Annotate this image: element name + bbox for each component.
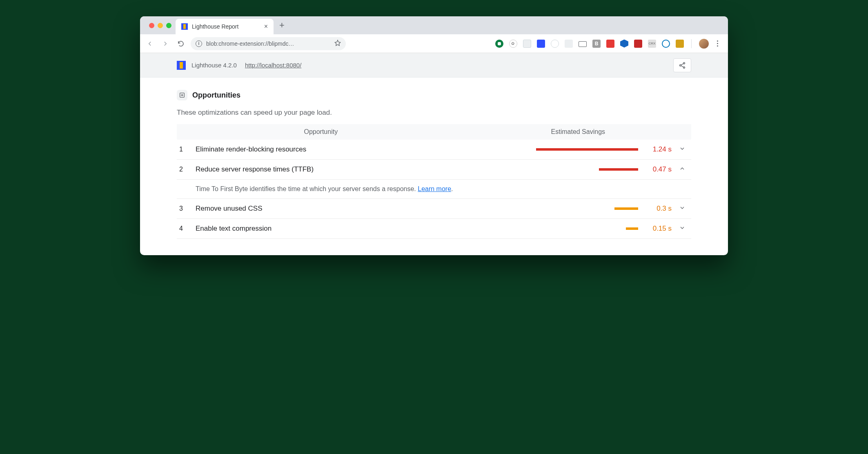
lighthouse-header: Lighthouse 4.2.0 http://localhost:8080/	[140, 53, 728, 78]
svg-point-2	[683, 67, 685, 68]
share-button[interactable]	[673, 58, 691, 72]
extension-icon[interactable]	[565, 40, 573, 48]
lighthouse-logo-icon	[177, 61, 186, 70]
col-savings: Estimated Savings	[465, 128, 691, 136]
browser-toolbar: i blob:chrome-extension://blipmdc… ✿ B C…	[140, 34, 728, 53]
extension-icon[interactable]: CRX	[648, 40, 656, 48]
opportunity-row[interactable]: 1Eliminate render-blocking resources1.24…	[177, 140, 691, 160]
lighthouse-favicon-icon	[181, 23, 188, 30]
extensions-row: ✿ B CRX	[495, 39, 724, 49]
opportunity-label: Remove unused CSS	[189, 205, 454, 213]
opportunities-title: Opportunities	[192, 91, 240, 100]
savings-bar	[536, 148, 638, 151]
maximize-window-button[interactable]	[166, 23, 171, 28]
reload-button[interactable]	[175, 40, 187, 47]
extension-icon[interactable]: B	[592, 40, 601, 48]
report-content: Opportunities These optimizations can sp…	[140, 78, 728, 255]
lighthouse-extension-icon[interactable]	[537, 40, 545, 48]
opportunity-label: Reduce server response times (TTFB)	[189, 165, 454, 174]
site-info-icon[interactable]: i	[196, 40, 202, 47]
tab-title: Lighthouse Report	[192, 23, 238, 30]
col-opportunity: Opportunity	[177, 128, 465, 136]
savings-bar	[626, 227, 638, 230]
chevron-down-icon[interactable]	[679, 145, 686, 154]
svg-point-0	[683, 62, 685, 64]
opportunity-label: Enable text compression	[189, 225, 454, 233]
extension-icon[interactable]	[620, 40, 628, 48]
tab-strip: Lighthouse Report × +	[140, 16, 728, 34]
extension-icon[interactable]	[676, 40, 684, 48]
profile-avatar[interactable]	[699, 39, 709, 49]
opportunities-list: 1Eliminate render-blocking resources1.24…	[177, 140, 691, 239]
savings-value: 0.15 s	[645, 225, 672, 233]
new-tab-button[interactable]: +	[274, 20, 290, 31]
row-number: 1	[179, 146, 189, 153]
browser-tab[interactable]: Lighthouse Report ×	[176, 19, 274, 34]
opportunity-row[interactable]: 4Enable text compression0.15 s	[177, 219, 691, 239]
row-number: 3	[179, 205, 189, 212]
opportunity-label: Eliminate render-blocking resources	[189, 145, 454, 154]
extension-icon[interactable]	[495, 40, 503, 48]
savings-value: 0.47 s	[645, 165, 672, 174]
extension-icon[interactable]	[523, 40, 531, 48]
address-bar[interactable]: i blob:chrome-extension://blipmdc…	[191, 37, 346, 50]
chevron-up-icon[interactable]	[679, 165, 686, 174]
opportunities-column-headers: Opportunity Estimated Savings	[177, 124, 691, 140]
back-button[interactable]	[144, 40, 156, 47]
minimize-window-button[interactable]	[158, 23, 163, 28]
opportunity-detail: Time To First Byte identifies the time a…	[177, 180, 691, 199]
toolbar-divider	[691, 39, 692, 48]
chevron-down-icon[interactable]	[679, 225, 686, 233]
row-number: 2	[179, 166, 189, 173]
close-tab-button[interactable]: ×	[264, 23, 268, 30]
savings-bar	[614, 207, 638, 210]
chevron-down-icon[interactable]	[679, 205, 686, 213]
window-controls	[145, 23, 176, 28]
svg-point-1	[680, 65, 681, 66]
row-number: 4	[179, 225, 189, 232]
extension-icon[interactable]	[579, 41, 587, 47]
address-text: blob:chrome-extension://blipmdc…	[206, 40, 294, 47]
savings-bar	[599, 168, 638, 171]
savings-value: 0.3 s	[645, 205, 672, 213]
opportunities-subtitle: These optimizations can speed up your pa…	[177, 109, 691, 117]
opportunity-row[interactable]: 2Reduce server response times (TTFB)0.47…	[177, 160, 691, 180]
extension-icon[interactable]	[606, 40, 614, 48]
savings-value: 1.24 s	[645, 145, 672, 154]
opportunities-icon	[177, 90, 187, 100]
close-window-button[interactable]	[149, 23, 154, 28]
opportunity-row[interactable]: 3Remove unused CSS0.3 s	[177, 199, 691, 219]
forward-button[interactable]	[160, 40, 171, 47]
browser-menu-button[interactable]	[714, 40, 721, 47]
extension-icon[interactable]	[662, 40, 670, 48]
learn-more-link[interactable]: Learn more	[418, 185, 451, 192]
lighthouse-version: Lighthouse 4.2.0	[191, 62, 237, 69]
extension-icon[interactable]	[634, 40, 642, 48]
extension-icon[interactable]	[551, 40, 559, 48]
browser-window: Lighthouse Report × + i blob:chrome-exte…	[140, 16, 728, 255]
audited-url-link[interactable]: http://localhost:8080/	[245, 62, 301, 69]
bookmark-star-icon[interactable]	[334, 40, 341, 47]
